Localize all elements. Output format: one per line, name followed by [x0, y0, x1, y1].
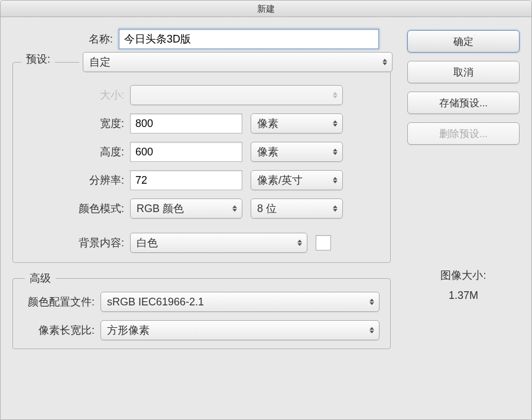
- resolution-label: 分辨率:: [24, 173, 130, 187]
- width-unit-dropdown[interactable]: 像素: [251, 113, 343, 134]
- background-color-swatch[interactable]: [316, 235, 331, 250]
- preset-label: 预设:: [26, 52, 50, 66]
- image-size-value: 1.37M: [407, 285, 520, 305]
- height-input[interactable]: [130, 142, 242, 162]
- bit-depth-dropdown[interactable]: 8 位: [251, 198, 343, 219]
- chevron-updown-icon: [333, 149, 338, 155]
- color-mode-label: 颜色模式:: [24, 201, 130, 216]
- width-label: 宽度:: [24, 116, 130, 131]
- image-size-label: 图像大小:: [407, 265, 520, 285]
- preset-dropdown[interactable]: 自定: [83, 52, 392, 72]
- ok-button[interactable]: 确定: [407, 30, 520, 53]
- chevron-updown-icon: [333, 206, 338, 212]
- width-input[interactable]: [130, 113, 242, 134]
- chevron-updown-icon: [382, 59, 387, 66]
- image-size-info: 图像大小: 1.37M: [407, 265, 520, 305]
- chevron-updown-icon: [333, 177, 338, 184]
- chevron-updown-icon: [232, 206, 237, 212]
- chevron-updown-icon: [333, 92, 338, 99]
- resolution-unit-dropdown[interactable]: 像素/英寸: [251, 170, 343, 190]
- pixel-aspect-label: 像素长宽比:: [24, 323, 100, 337]
- chevron-updown-icon: [297, 240, 302, 246]
- chevron-updown-icon: [369, 327, 374, 334]
- chevron-updown-icon: [369, 299, 374, 305]
- size-label: 大小:: [24, 88, 130, 102]
- chevron-updown-icon: [333, 121, 338, 127]
- height-unit-dropdown[interactable]: 像素: [251, 142, 343, 162]
- window-title: 新建: [257, 4, 275, 14]
- background-label: 背景内容:: [24, 236, 130, 250]
- resolution-input[interactable]: [130, 170, 242, 190]
- window-titlebar: 新建: [1, 1, 531, 17]
- name-label: 名称:: [12, 32, 119, 46]
- advanced-legend: 高级: [25, 271, 56, 285]
- size-dropdown: [130, 85, 343, 105]
- name-input[interactable]: [119, 29, 379, 49]
- color-profile-label: 颜色配置文件:: [24, 295, 100, 309]
- preset-fieldset: 预设: 自定 大小:: [12, 62, 391, 263]
- new-document-dialog: 新建 名称: 预设: 自定: [0, 0, 532, 420]
- color-mode-dropdown[interactable]: RGB 颜色: [130, 198, 242, 219]
- color-profile-dropdown[interactable]: sRGB IEC61966-2.1: [100, 292, 379, 312]
- cancel-button[interactable]: 取消: [407, 61, 520, 83]
- save-preset-button[interactable]: 存储预设...: [407, 92, 520, 114]
- background-dropdown[interactable]: 白色: [130, 233, 307, 253]
- advanced-fieldset: 高级 颜色配置文件: sRGB IEC61966-2.1 像素长宽比: 方形: [12, 278, 391, 349]
- pixel-aspect-dropdown[interactable]: 方形像素: [100, 320, 379, 340]
- delete-preset-button: 删除预设...: [407, 122, 520, 145]
- height-label: 高度:: [24, 145, 130, 159]
